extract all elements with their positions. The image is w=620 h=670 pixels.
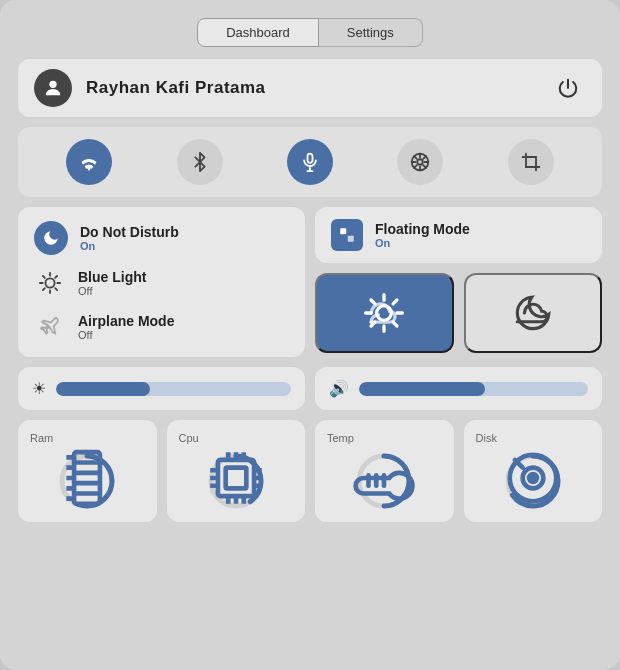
floating-mode-card[interactable]: Floating Mode On (315, 207, 602, 263)
floating-mode-icon (331, 219, 363, 251)
disk-circle (502, 450, 564, 512)
mic-toggle[interactable] (287, 139, 333, 185)
floating-mode-status: On (375, 237, 470, 249)
svg-rect-24 (340, 228, 346, 234)
wifi-toggle[interactable] (66, 139, 112, 185)
settings-left-panel: Do Not Disturb On (18, 207, 305, 357)
avatar (34, 69, 72, 107)
temp-label: Temp (323, 432, 354, 444)
blue-light-status: Off (78, 285, 146, 297)
svg-line-19 (55, 288, 57, 290)
svg-line-14 (414, 165, 417, 168)
brightness-fill (56, 382, 150, 396)
setting-blue-light[interactable]: Blue Light Off (34, 267, 289, 299)
brightness-slider-card: ☀ (18, 367, 305, 410)
svg-marker-1 (87, 168, 91, 171)
disk-icon (502, 447, 564, 515)
do-not-disturb-icon (34, 221, 68, 255)
tab-bar: Dashboard Settings (18, 18, 602, 47)
camera-toggle[interactable] (397, 139, 443, 185)
stat-disk: Disk (464, 420, 603, 522)
svg-rect-2 (307, 154, 312, 163)
user-row: Rayhan Kafi Pratama (18, 59, 602, 117)
svg-line-18 (43, 276, 45, 278)
svg-rect-25 (348, 236, 354, 242)
app-container: Dashboard Settings Rayhan Kafi Pratama (0, 0, 620, 670)
floating-mode-title: Floating Mode (375, 221, 470, 237)
svg-point-0 (49, 81, 56, 88)
user-name: Rayhan Kafi Pratama (86, 78, 536, 98)
airplane-mode-title: Airplane Mode (78, 313, 174, 329)
temp-circle (353, 450, 415, 512)
do-not-disturb-title: Do Not Disturb (80, 224, 179, 240)
brightness-track[interactable] (56, 382, 291, 396)
ram-icon (56, 447, 118, 515)
svg-line-30 (393, 322, 397, 326)
airplane-mode-status: Off (78, 329, 174, 341)
svg-point-6 (418, 159, 424, 165)
volume-icon: 🔊 (329, 379, 349, 398)
setting-airplane-mode[interactable]: Airplane Mode Off (34, 311, 289, 343)
ram-circle (56, 450, 118, 512)
sliders-row: ☀ 🔊 (18, 367, 602, 410)
weather-row (315, 273, 602, 353)
volume-fill (359, 382, 485, 396)
airplane-mode-icon (34, 311, 66, 343)
svg-line-34 (393, 300, 397, 304)
blue-light-title: Blue Light (78, 269, 146, 285)
do-not-disturb-status: On (80, 240, 179, 252)
svg-line-13 (424, 156, 427, 159)
quick-toggles-bar (18, 127, 602, 197)
cpu-label: Cpu (175, 432, 199, 444)
disk-label: Disk (472, 432, 497, 444)
ram-label: Ram (26, 432, 53, 444)
weather-day-button[interactable] (315, 273, 454, 353)
blue-light-icon (34, 267, 66, 299)
tab-dashboard[interactable]: Dashboard (197, 18, 319, 47)
settings-right-panel: Floating Mode On (315, 207, 602, 357)
setting-do-not-disturb[interactable]: Do Not Disturb On (34, 221, 289, 255)
svg-line-23 (55, 276, 57, 278)
tab-settings[interactable]: Settings (319, 18, 423, 47)
crop-toggle[interactable] (508, 139, 554, 185)
cpu-icon (205, 447, 267, 515)
svg-line-29 (371, 300, 375, 304)
brightness-icon: ☀ (32, 379, 46, 398)
svg-line-73 (515, 460, 523, 468)
svg-point-15 (45, 278, 54, 287)
stats-row: Ram (18, 420, 602, 522)
volume-track[interactable] (359, 382, 588, 396)
volume-slider-card: 🔊 (315, 367, 602, 410)
svg-point-72 (529, 474, 537, 482)
svg-rect-37 (74, 452, 100, 504)
svg-line-22 (43, 288, 45, 290)
stat-ram: Ram (18, 420, 157, 522)
svg-line-11 (414, 156, 417, 159)
stat-temp: Temp (315, 420, 454, 522)
cpu-circle (205, 450, 267, 512)
stat-cpu: Cpu (167, 420, 306, 522)
svg-rect-50 (225, 468, 246, 489)
settings-weather-grid: Do Not Disturb On (18, 207, 602, 357)
svg-line-12 (424, 165, 427, 168)
temp-icon (353, 447, 415, 515)
power-button[interactable] (550, 70, 586, 106)
bluetooth-toggle[interactable] (177, 139, 223, 185)
weather-night-button[interactable] (464, 273, 603, 353)
